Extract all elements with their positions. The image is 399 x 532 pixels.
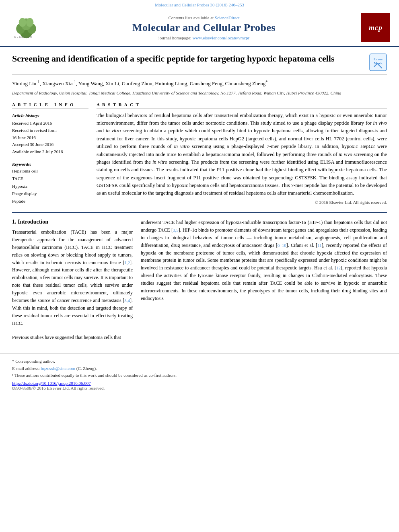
corresponding-author-note: * Corresponding author. bbox=[12, 358, 387, 365]
email-note: E-mail address: hqzcsxh@sina.com (C. Zhe… bbox=[12, 365, 387, 372]
main-content: Screening and identification of a specif… bbox=[0, 47, 399, 349]
history-label: Article history: bbox=[12, 112, 88, 119]
section-divider bbox=[12, 212, 387, 213]
science-direct-link[interactable]: ScienceDirect bbox=[215, 15, 240, 20]
authors: Yiming Liu 1, Xiangwen Xia 1, Yong Wang,… bbox=[12, 79, 387, 88]
journal-homepage: journal homepage: www.elsevier.com/locat… bbox=[158, 35, 250, 40]
svg-text:Cross: Cross bbox=[374, 57, 383, 61]
ref-11[interactable]: 11 bbox=[317, 243, 322, 248]
intro-heading: 1. Introduction bbox=[12, 219, 133, 225]
elsevier-logo-area: ELSEVIER bbox=[4, 13, 48, 42]
that-word: that bbox=[114, 335, 121, 340]
svg-point-5 bbox=[19, 18, 26, 27]
available-online-date: Available online 2 July 2016 bbox=[12, 148, 88, 156]
svg-text:ELSEVIER: ELSEVIER bbox=[14, 35, 33, 38]
header-area: ELSEVIER Contents lists available at Sci… bbox=[0, 9, 399, 47]
mcp-logo-area: mcp bbox=[360, 13, 392, 42]
ref-6-10[interactable]: 6–10 bbox=[278, 243, 286, 248]
intro-right-text: underwent TACE had higher expression of … bbox=[141, 219, 387, 302]
article-info-column: A R T I C L E I N F O Article history: R… bbox=[12, 102, 88, 205]
crossmark-badge-icon: Cross Mark bbox=[369, 53, 387, 71]
email-link[interactable]: hqzcsxh@sina.com bbox=[41, 366, 75, 371]
footnote1: ¹ These authors contributed equally to t… bbox=[12, 372, 387, 379]
keyword-phage: Phage display bbox=[12, 190, 88, 197]
article-title: Screening and identification of a specif… bbox=[12, 53, 365, 65]
ref-1-2[interactable]: 1,2 bbox=[124, 260, 130, 265]
affiliation: Department of Radiology, Union Hospital,… bbox=[12, 90, 387, 97]
ref-12[interactable]: 12 bbox=[336, 265, 341, 270]
elsevier-tree-icon: ELSEVIER bbox=[10, 17, 42, 39]
homepage-link[interactable]: www.elsevier.com/locate/ymcpr bbox=[193, 35, 250, 40]
svg-point-6 bbox=[26, 18, 33, 27]
article-history: Article history: Received 1 April 2016 R… bbox=[12, 112, 88, 156]
ref-3-5[interactable]: 3,5 bbox=[173, 228, 179, 232]
accepted-date: Accepted 30 June 2016 bbox=[12, 141, 88, 148]
authors-text: Yiming Liu 1, Xiangwen Xia 1, Yong Wang,… bbox=[12, 80, 267, 86]
article-info-heading-text: A R T I C L E I N F O bbox=[12, 102, 74, 107]
abstract-heading-text: A B S T R A C T bbox=[97, 102, 140, 107]
intro-left-text2: Previous studies have suggested that hep… bbox=[12, 334, 133, 341]
keyword-peptide: Peptide bbox=[12, 197, 88, 205]
journal-name: Molecular and Cellular Probes bbox=[132, 22, 276, 34]
footer-area: * Corresponding author. E-mail address: … bbox=[0, 353, 399, 390]
article-info-heading: A R T I C L E I N F O bbox=[12, 102, 88, 109]
intro-left-column: 1. Introduction Transarterial embolizati… bbox=[12, 219, 133, 341]
page-wrapper: Molecular and Cellular Probes 30 (2016) … bbox=[0, 0, 399, 532]
abstract-heading: A B S T R A C T bbox=[97, 102, 387, 109]
received-revised-date: Received in revised form16 June 2016 bbox=[12, 127, 88, 141]
article-title-section: Screening and identification of a specif… bbox=[12, 53, 387, 75]
keywords-section: Keywords: Hepatoma cell TACE Hypoxia Pha… bbox=[12, 161, 88, 205]
keyword-tace: TACE bbox=[12, 175, 88, 183]
header-center: Contents lists available at ScienceDirec… bbox=[52, 13, 356, 42]
abstract-column: A B S T R A C T The biological behaviors… bbox=[97, 102, 387, 205]
abstract-text: The biological behaviors of residual hep… bbox=[97, 112, 387, 197]
info-abstract-columns: A R T I C L E I N F O Article history: R… bbox=[12, 102, 387, 205]
received-date: Received 1 April 2016 bbox=[12, 120, 88, 127]
mcp-logo: mcp bbox=[361, 13, 390, 42]
science-direct-line: Contents lists available at ScienceDirec… bbox=[168, 15, 239, 20]
intro-left-text: Transarterial embolization (TACE) has be… bbox=[12, 228, 133, 327]
doi-link[interactable]: http://dx.doi.org/10.1016/j.mcp.2016.06.… bbox=[12, 381, 387, 386]
intro-right-column: underwent TACE had higher expression of … bbox=[141, 219, 387, 341]
keywords-label: Keywords: bbox=[12, 162, 31, 166]
keyword-hepatoma: Hepatoma cell bbox=[12, 167, 88, 175]
journal-bar: Molecular and Cellular Probes 30 (2016) … bbox=[0, 0, 399, 9]
keyword-hypoxia: Hypoxia bbox=[12, 183, 88, 190]
issn-line: 0890-8508/© 2016 Elsevier Ltd. All right… bbox=[12, 386, 387, 390]
journal-citation: Molecular and Cellular Probes 30 (2016) … bbox=[155, 2, 244, 7]
copyright-line: © 2016 Elsevier Ltd. All rights reserved… bbox=[97, 200, 387, 205]
ref-3-4[interactable]: 3,4 bbox=[124, 298, 130, 303]
introduction-section: 1. Introduction Transarterial embolizati… bbox=[12, 219, 387, 341]
doi-anchor[interactable]: http://dx.doi.org/10.1016/j.mcp.2016.06.… bbox=[12, 381, 91, 386]
